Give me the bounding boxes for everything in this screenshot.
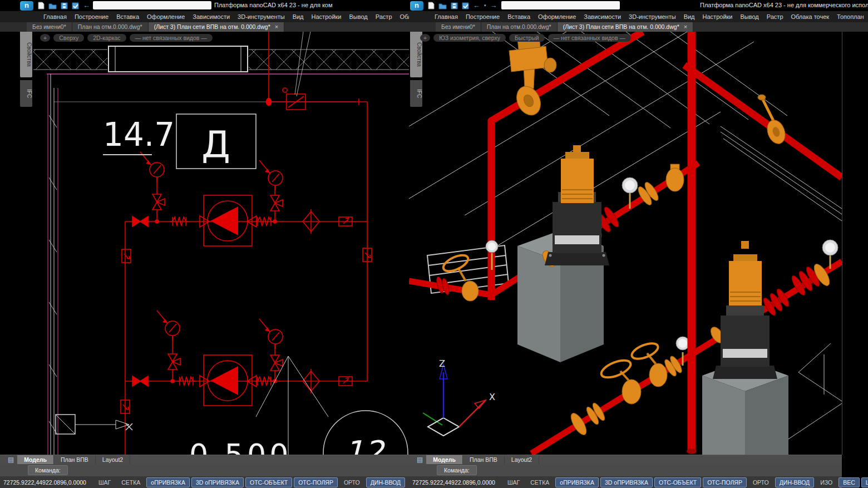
menu-item[interactable]: Построение [466,13,500,20]
viewport-3d[interactable]: Z X СвойстваIFC +ЮЗ изометрия, сверхуБыс… [409,32,842,455]
new-file-icon[interactable] [38,2,45,9]
viewport-control-pill[interactable]: Сверху [53,34,84,42]
nanocad-logo[interactable]: n [410,1,423,11]
new-file-icon[interactable] [428,2,435,9]
menu-item[interactable]: Главная [435,13,458,20]
layout-tab[interactable]: Модель [426,455,463,464]
menu-item[interactable]: Вывод [740,13,758,20]
doc-tab-unnamed[interactable]: Без имени0* [436,22,481,32]
pipe-fittings-pump2-right[interactable] [762,240,838,317]
status-toggle[interactable]: ДИН-ВВОД [775,477,814,487]
menu-item[interactable]: Растр [376,13,392,20]
nanocad-logo[interactable]: n [20,1,33,11]
layout-tab[interactable]: План ВПВ [463,455,505,464]
menu-item[interactable]: Зависимости [584,13,621,20]
redo-forward-icon[interactable]: → [490,2,497,9]
menu-item[interactable]: Оформление [147,13,185,20]
layout-list-icon[interactable]: ▤ [417,456,423,464]
status-toggle[interactable]: ОТС-ПОЛЯР [703,477,747,487]
status-toggle[interactable]: 3D оПРИВЯЗКА [191,477,244,487]
status-toggle[interactable]: оПРИВЯЗКА [146,477,190,487]
valve-symbol-top[interactable] [283,88,305,110]
layout-tab[interactable]: Модель [17,455,54,464]
layout-tab[interactable]: План ВПВ [54,455,96,464]
pump-1[interactable] [517,145,609,362]
status-toggle[interactable]: оПРИВЯЗКА [555,477,599,487]
close-tab-icon[interactable]: × [275,22,278,32]
cursor-coordinates[interactable]: 72725.9222,44922.0896,0.0000 [412,479,495,486]
viewport-control-pill[interactable]: + [420,34,430,42]
status-toggle[interactable]: ШАГ [94,477,115,487]
undo-back-icon[interactable]: ← [473,2,480,9]
status-toggle[interactable]: ОТС-ОБЪЕКТ [654,477,701,487]
status-toggle[interactable]: 3D оПРИВЯЗКА [600,477,653,487]
save-icon[interactable] [61,2,68,9]
menu-item[interactable]: Зависимости [193,13,230,20]
viewport-control-pill[interactable]: + [40,34,50,42]
menu-item[interactable]: Вывод [349,13,367,20]
open-folder-icon[interactable] [48,2,57,9]
command-line[interactable]: Команда: [0,464,409,476]
viewport-control-pill[interactable]: — нет связанных видов — [548,34,631,42]
menu-item[interactable]: Топоплан [837,13,864,20]
toolbar-field[interactable] [501,1,620,9]
pipe-schematic[interactable] [121,32,372,455]
doc-tab-vpv-active[interactable]: (Лист 3) План сети ВПВ на отм. 0.000.dwg… [558,22,694,32]
3d-model-view[interactable]: Z X [409,32,842,455]
menu-item[interactable]: Настройки [312,13,342,20]
pump-line-upper[interactable] [125,152,367,246]
side-panel-tab[interactable]: IFC [20,80,32,107]
pump-symbol-upper[interactable] [204,195,252,246]
status-toggle[interactable]: ИЗО [816,477,837,487]
menu-item[interactable]: Главная [43,13,67,20]
undo-back-icon[interactable]: ← [83,2,90,9]
menu-item[interactable]: Облака точек [791,13,830,20]
menu-item[interactable]: Оформление [538,13,576,20]
pump-2[interactable] [702,241,788,455]
viewport-control-pill[interactable]: 2D-каркас [87,34,126,42]
viewport-control-pill[interactable]: Быстрый [509,34,545,42]
status-toggle[interactable]: СЕТКА [526,477,554,487]
menu-item[interactable]: Вставка [507,13,530,20]
layout-tab[interactable]: Layout2 [96,455,130,464]
2d-schematic-drawing[interactable]: 14.7 Д 0.500 12 [0,32,409,455]
pump-line-lower[interactable] [125,310,367,406]
close-tab-icon[interactable]: × [684,22,687,32]
status-toggle[interactable]: ВЕС [839,477,860,487]
open-folder-icon[interactable] [438,2,447,9]
viewport-control-pill[interactable]: — нет связанных видов — [130,34,213,42]
status-toggle[interactable]: ОРТО [748,477,773,487]
menu-item[interactable]: 3D-инструменты [629,13,676,20]
roof-truss[interactable] [33,45,409,73]
save-all-icon[interactable] [462,2,469,9]
menu-item[interactable]: Вид [293,13,304,20]
menu-item[interactable]: Настройки [703,13,733,20]
drawing-canvas-2d[interactable]: 14.7 Д 0.500 12 СвойстваIFC +Сверху2D-ка… [0,32,409,455]
side-panel-tab[interactable]: IFC [410,80,422,107]
undo-dropdown-icon[interactable]: ▾ [484,3,486,8]
layout-list-icon[interactable]: ▤ [8,456,14,464]
doc-tab-plan[interactable]: План на отм.0.000.dwg* [72,22,149,32]
status-toggle[interactable]: ДИН-ВВОД [366,477,405,487]
doc-tab-plan[interactable]: План на отм.0.000.dwg* [481,22,558,32]
doc-tab-vpv-active[interactable]: (Лист 3) План сети ВПВ на отм. 0.000.dwg… [149,22,285,32]
cursor-coordinates[interactable]: 72725.9222,44922.0896,0.0000 [3,479,86,486]
pump-symbol-lower[interactable] [204,355,252,406]
viewport-control-pill[interactable]: ЮЗ изометрия, сверху [433,34,506,42]
layout-tab[interactable]: Layout2 [505,455,539,464]
save-all-icon[interactable] [72,2,79,9]
menu-item[interactable]: Вид [684,13,695,20]
command-line[interactable]: Команда: [409,464,842,476]
status-toggle[interactable]: ОРТО [339,477,364,487]
toolbar-field[interactable] [93,1,211,9]
status-toggle[interactable]: ОТС-ОБЪЕКТ [245,477,292,487]
menu-item[interactable]: 3D-инструменты [238,13,285,20]
menu-item[interactable]: Облака точек [400,13,410,20]
menu-item[interactable]: Построение [75,13,108,20]
status-toggle[interactable]: ОТС-ПОЛЯР [294,477,338,487]
status-toggle[interactable]: ШАГ [503,477,524,487]
command-prompt[interactable]: Команда: [437,465,477,475]
menu-item[interactable]: Растр [767,13,783,20]
status-toggle[interactable]: ШТРИХОВКА [861,477,868,487]
menu-item[interactable]: Вставка [116,13,139,20]
